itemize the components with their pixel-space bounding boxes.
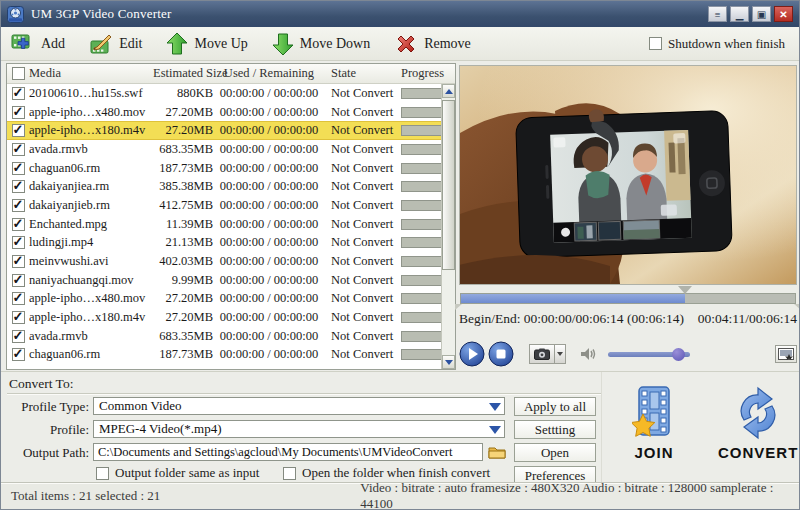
row-checkbox[interactable] [12, 87, 25, 100]
row-estimated-size: 11.39MB [153, 217, 213, 232]
table-row[interactable]: meinvwushi.avi 402.03MB 00:00:00 / 00:00… [7, 252, 441, 271]
scroll-down-button[interactable] [442, 355, 455, 369]
display-mode-button[interactable] [775, 345, 797, 363]
profile-type-label: Profile Type: [5, 399, 89, 415]
column-header-media[interactable]: Media [29, 66, 153, 81]
row-used-remaining: 00:00:00 / 00:00:00 [213, 142, 325, 157]
seek-fill [461, 294, 685, 303]
table-row[interactable]: 20100610…hu15s.swf 880KB 00:00:00 / 00:0… [7, 84, 441, 103]
scrollbar-thumb[interactable] [442, 100, 455, 270]
add-button[interactable]: Add [11, 32, 65, 56]
row-checkbox[interactable] [12, 330, 25, 343]
row-checkbox[interactable] [12, 162, 25, 175]
add-button-label: Add [41, 36, 65, 52]
table-scrollbar[interactable] [441, 84, 455, 369]
row-used-remaining: 00:00:00 / 00:00:00 [213, 105, 325, 120]
table-row[interactable]: ludingji.mp4 21.13MB 00:00:00 / 00:00:00… [7, 234, 441, 253]
column-header-size[interactable]: Estimated Size [153, 66, 213, 81]
row-used-remaining: 00:00:00 / 00:00:00 [213, 123, 325, 138]
snapshot-button[interactable] [529, 344, 555, 364]
output-path-input[interactable]: C:\Documents and Settings\agcloud\My Doc… [93, 443, 483, 461]
row-checkbox[interactable] [12, 255, 25, 268]
setting-button[interactable]: Settting [514, 420, 596, 439]
window-menu-button[interactable]: ≡ [708, 6, 727, 22]
add-icon [11, 32, 35, 56]
open-button[interactable]: Open [514, 443, 596, 462]
row-state: Not Convert [325, 235, 401, 250]
maximize-button[interactable]: ▣ [752, 6, 771, 22]
combo-arrow-icon [489, 403, 501, 411]
table-row[interactable]: chaguan06.rm 187.73MB 00:00:00 / 00:00:0… [7, 346, 441, 365]
row-checkbox[interactable] [12, 143, 25, 156]
table-row[interactable]: apple-ipho…x480.mov 27.20MB 00:00:00 / 0… [7, 290, 441, 309]
stop-button[interactable] [488, 341, 514, 367]
column-header-used[interactable]: Used / Remaining [213, 66, 325, 81]
convert-button-label: CONVERT [718, 444, 798, 461]
browse-folder-button[interactable] [487, 443, 507, 461]
convert-button[interactable]: CONVERT [718, 386, 798, 461]
row-checkbox[interactable] [12, 236, 25, 249]
volume-knob[interactable] [672, 348, 685, 361]
apply-to-all-button[interactable]: Apply to all [514, 397, 596, 416]
row-checkbox[interactable] [12, 218, 25, 231]
same-as-input-checkbox[interactable] [96, 467, 109, 480]
column-header-state[interactable]: State [325, 66, 401, 81]
move-up-button[interactable]: Move Up [166, 32, 247, 56]
seek-begin-marker-icon[interactable] [455, 304, 462, 310]
same-as-input-checkbox-wrap[interactable]: Output folder same as input [96, 465, 259, 481]
move-down-button[interactable]: Move Down [272, 32, 370, 56]
open-folder-checkbox[interactable] [283, 467, 296, 480]
row-estimated-size: 187.73MB [153, 347, 213, 362]
open-folder-checkbox-wrap[interactable]: Open the folder when finish convert [283, 465, 490, 481]
remove-button-label: Remove [424, 36, 471, 52]
row-checkbox[interactable] [12, 124, 25, 137]
table-row[interactable]: naniyachuangqi.mov 9.99MB 00:00:00 / 00:… [7, 271, 441, 290]
row-checkbox[interactable] [12, 274, 25, 287]
row-checkbox[interactable] [12, 292, 25, 305]
join-button[interactable]: JOIN [632, 386, 676, 461]
table-row[interactable]: dakaiyanjiea.rm 385.38MB 00:00:00 / 00:0… [7, 177, 441, 196]
profile-select[interactable]: MPEG-4 Video(*.mp4) [93, 420, 505, 438]
row-checkbox[interactable] [12, 180, 25, 193]
seek-bar[interactable] [460, 293, 796, 304]
edit-button[interactable]: Edit [89, 32, 142, 56]
output-path-label: Output Path: [5, 445, 89, 461]
row-media-name: ludingji.mp4 [29, 235, 153, 250]
snapshot-dropdown-button[interactable] [555, 344, 566, 364]
remove-icon [394, 32, 418, 56]
seek-end-marker-icon[interactable] [794, 304, 800, 310]
table-row[interactable]: apple-ipho…x180.m4v 27.20MB 00:00:00 / 0… [7, 121, 441, 140]
table-body: 20100610…hu15s.swf 880KB 00:00:00 / 00:0… [7, 84, 441, 369]
row-checkbox[interactable] [12, 348, 25, 361]
row-media-name: apple-ipho…x180.m4v [29, 310, 153, 325]
row-state: Not Convert [325, 217, 401, 232]
select-all-checkbox[interactable] [12, 67, 25, 80]
table-row[interactable]: avada.rmvb 683.35MB 00:00:00 / 00:00:00 … [7, 327, 441, 346]
minimize-button[interactable]: ▁ [730, 6, 749, 22]
row-checkbox[interactable] [12, 199, 25, 212]
table-row[interactable]: avada.rmvb 683.35MB 00:00:00 / 00:00:00 … [7, 140, 441, 159]
profile-type-select[interactable]: Common Video [93, 397, 505, 415]
shutdown-checkbox-wrap[interactable]: Shutdown when finish [649, 36, 789, 52]
play-button[interactable] [459, 341, 485, 367]
shutdown-checkbox[interactable] [649, 37, 662, 50]
close-button[interactable]: ✕ [774, 6, 793, 22]
scroll-down-arrow-icon [445, 360, 453, 365]
scroll-up-button[interactable] [442, 84, 455, 98]
row-state: Not Convert [325, 105, 401, 120]
column-header-progress[interactable]: Progress [401, 66, 460, 81]
seek-handle-icon[interactable] [678, 286, 692, 294]
table-row[interactable]: chaguan06.rm 187.73MB 00:00:00 / 00:00:0… [7, 159, 441, 178]
volume-slider[interactable] [608, 352, 690, 357]
table-row[interactable]: dakaiyanjieb.rm 412.75MB 00:00:00 / 00:0… [7, 196, 441, 215]
remove-button[interactable]: Remove [394, 32, 471, 56]
table-row[interactable]: Enchanted.mpg 11.39MB 00:00:00 / 00:00:0… [7, 215, 441, 234]
open-label: Open [541, 445, 569, 461]
row-checkbox[interactable] [12, 106, 25, 119]
row-estimated-size: 9.99MB [153, 273, 213, 288]
row-estimated-size: 402.03MB [153, 254, 213, 269]
table-row[interactable]: apple-ipho…x180.m4v 27.20MB 00:00:00 / 0… [7, 308, 441, 327]
table-row[interactable]: apple-ipho…x480.mov 27.20MB 00:00:00 / 0… [7, 103, 441, 122]
profile-label: Profile: [5, 422, 89, 438]
row-checkbox[interactable] [12, 311, 25, 324]
